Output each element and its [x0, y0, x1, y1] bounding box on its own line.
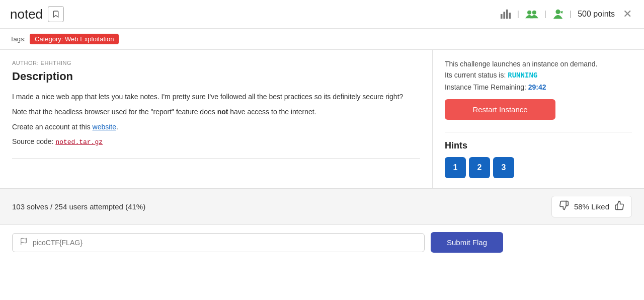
bookmark-icon: [52, 10, 60, 18]
description-text: I made a nice web app that lets you take…: [12, 91, 420, 148]
hint-3-button[interactable]: 3: [493, 157, 514, 178]
flag-icon: [20, 238, 28, 248]
thumbs-down-icon[interactable]: [559, 200, 569, 213]
person-icon: [552, 9, 564, 20]
bars-chart-icon: [500, 9, 511, 20]
flag-input-wrapper: [12, 233, 425, 252]
source-link[interactable]: noted.tar.gz: [55, 138, 103, 146]
hints-divider: [445, 132, 632, 132]
flag-input[interactable]: [33, 239, 417, 247]
tags-row: Tags: Category: Web Exploitation: [0, 29, 644, 50]
svg-point-4: [527, 11, 531, 15]
sep2: |: [544, 10, 546, 19]
desc-line-4: Source code: noted.tar.gz: [12, 136, 420, 148]
hints-section: Hints 1 2 3: [445, 132, 632, 178]
close-button[interactable]: ✕: [621, 8, 634, 21]
restart-instance-button[interactable]: Restart Instance: [445, 99, 555, 120]
bold-not: not: [217, 108, 228, 116]
users-icon: [525, 9, 538, 20]
hint-2-button[interactable]: 2: [469, 157, 490, 178]
status-prefix: Its current status is:: [445, 71, 506, 79]
divider: [12, 158, 420, 159]
points-label: 500 points: [578, 10, 615, 19]
svg-rect-2: [506, 10, 508, 19]
challenge-title: noted: [10, 7, 43, 22]
status-value: RUNNING: [508, 71, 537, 79]
chart-icon: [500, 9, 511, 20]
author-label: AUTHOR: EHHTHING: [12, 60, 420, 66]
svg-point-5: [532, 11, 536, 15]
thumbs-up-icon[interactable]: [614, 200, 624, 213]
hints-title: Hints: [445, 140, 632, 151]
header-right: | | | 500 points ✕: [500, 8, 634, 21]
time-prefix: Instance Time Remaining:: [445, 83, 526, 91]
group-icon: [525, 9, 538, 20]
user-icon: [552, 9, 564, 20]
left-panel: AUTHOR: EHHTHING Description I made a ni…: [0, 50, 433, 188]
tags-label: Tags:: [10, 35, 26, 43]
svg-point-6: [555, 10, 560, 14]
solves-text: 103 solves / 254 users attempted (41%): [12, 202, 145, 211]
desc-line-2: Note that the headless browser used for …: [12, 106, 420, 118]
like-widget: 58% Liked: [551, 196, 632, 217]
category-tag[interactable]: Category: Web Exploitation: [30, 34, 119, 44]
svg-rect-3: [509, 13, 511, 19]
main-content: AUTHOR: EHHTHING Description I made a ni…: [0, 50, 644, 188]
hints-buttons: 1 2 3: [445, 157, 632, 178]
instance-launch-text: This challenge launches an instance on d…: [445, 60, 632, 68]
svg-rect-1: [503, 12, 505, 19]
time-line: Instance Time Remaining: 29:42: [445, 83, 632, 91]
bookmark-button[interactable]: [48, 6, 64, 22]
right-panel: This challenge launches an instance on d…: [433, 50, 644, 188]
sep3: |: [570, 10, 572, 19]
svg-rect-0: [501, 14, 503, 19]
hint-1-button[interactable]: 1: [445, 157, 466, 178]
submit-flag-button[interactable]: Submit Flag: [431, 232, 503, 253]
description-heading: Description: [12, 70, 420, 83]
time-value: 29:42: [528, 83, 546, 91]
header-left: noted: [10, 6, 64, 22]
desc-line-3: Create an account at this website.: [12, 121, 420, 133]
header: noted | |: [0, 0, 644, 29]
stats-bar: 103 solves / 254 users attempted (41%) 5…: [0, 188, 644, 224]
desc-line-1: I made a nice web app that lets you take…: [12, 91, 420, 103]
website-link[interactable]: website: [93, 123, 116, 131]
sep1: |: [517, 10, 519, 19]
flag-row: Submit Flag: [0, 224, 644, 260]
status-line: Its current status is: RUNNING: [445, 71, 632, 79]
like-percentage: 58% Liked: [574, 202, 609, 211]
